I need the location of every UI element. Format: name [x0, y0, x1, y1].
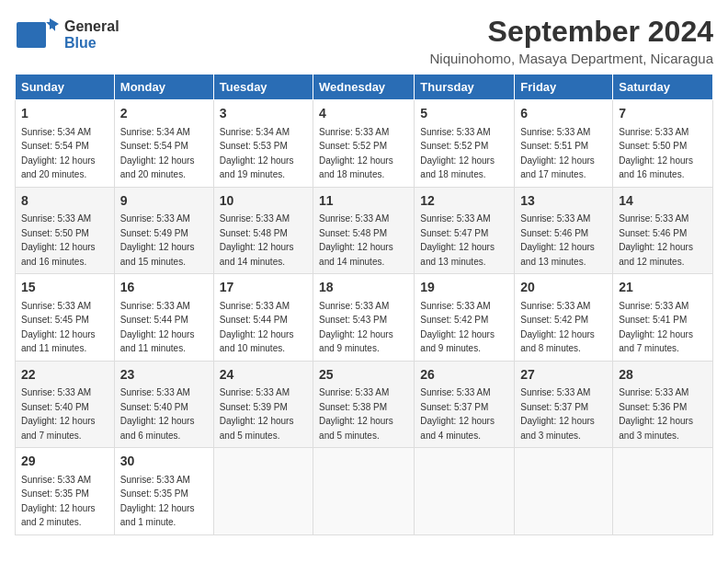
weekday-header-row: SundayMondayTuesdayWednesdayThursdayFrid…: [16, 75, 713, 100]
day-info: Sunrise: 5:33 AMSunset: 5:39 PMDaylight:…: [220, 387, 294, 441]
calendar-cell: [613, 448, 713, 535]
day-number: 25: [319, 366, 408, 385]
weekday-header-thursday: Thursday: [415, 75, 515, 100]
day-info: Sunrise: 5:33 AMSunset: 5:48 PMDaylight:…: [220, 213, 294, 267]
day-number: 20: [520, 279, 607, 297]
calendar-cell: [213, 448, 313, 535]
day-info: Sunrise: 5:33 AMSunset: 5:37 PMDaylight:…: [420, 387, 495, 441]
calendar-cell: 15Sunrise: 5:33 AMSunset: 5:45 PMDayligh…: [16, 274, 115, 362]
day-number: 21: [619, 279, 707, 297]
logo-text: General Blue: [64, 18, 119, 51]
calendar-cell: [415, 448, 515, 535]
day-info: Sunrise: 5:33 AMSunset: 5:35 PMDaylight:…: [120, 475, 195, 528]
day-number: 16: [120, 279, 208, 297]
day-info: Sunrise: 5:33 AMSunset: 5:50 PMDaylight:…: [619, 127, 693, 180]
calendar-cell: 23Sunrise: 5:33 AMSunset: 5:40 PMDayligh…: [114, 361, 213, 448]
calendar-cell: 6Sunrise: 5:33 AMSunset: 5:51 PMDaylight…: [515, 100, 613, 188]
day-number: 9: [120, 192, 208, 211]
calendar-cell: 1Sunrise: 5:34 AMSunset: 5:54 PMDaylight…: [16, 100, 115, 188]
calendar-cell: 22Sunrise: 5:33 AMSunset: 5:40 PMDayligh…: [16, 361, 115, 448]
day-info: Sunrise: 5:33 AMSunset: 5:41 PMDaylight:…: [619, 301, 693, 354]
logo: General Blue: [15, 15, 119, 55]
calendar-cell: 17Sunrise: 5:33 AMSunset: 5:44 PMDayligh…: [213, 274, 313, 362]
day-info: Sunrise: 5:33 AMSunset: 5:43 PMDaylight:…: [319, 301, 393, 354]
title-area: September 2024 Niquinohomo, Masaya Depar…: [430, 15, 714, 66]
day-info: Sunrise: 5:33 AMSunset: 5:44 PMDaylight:…: [220, 301, 294, 354]
calendar-cell: 8Sunrise: 5:33 AMSunset: 5:50 PMDaylight…: [16, 187, 115, 274]
day-info: Sunrise: 5:33 AMSunset: 5:45 PMDaylight:…: [21, 301, 96, 354]
day-number: 30: [120, 453, 208, 471]
day-number: 19: [420, 279, 508, 297]
day-info: Sunrise: 5:33 AMSunset: 5:38 PMDaylight:…: [319, 387, 393, 441]
calendar-cell: 24Sunrise: 5:33 AMSunset: 5:39 PMDayligh…: [213, 361, 313, 448]
day-info: Sunrise: 5:34 AMSunset: 5:53 PMDaylight:…: [220, 127, 294, 180]
weekday-header-sunday: Sunday: [16, 75, 115, 100]
day-number: 26: [420, 366, 508, 385]
weekday-header-saturday: Saturday: [613, 75, 713, 100]
day-info: Sunrise: 5:33 AMSunset: 5:46 PMDaylight:…: [619, 213, 693, 267]
calendar-cell: 13Sunrise: 5:33 AMSunset: 5:46 PMDayligh…: [515, 187, 613, 274]
calendar-cell: 4Sunrise: 5:33 AMSunset: 5:52 PMDaylight…: [313, 100, 415, 188]
day-number: 7: [619, 105, 707, 123]
day-info: Sunrise: 5:33 AMSunset: 5:48 PMDaylight:…: [319, 213, 393, 267]
calendar-cell: 29Sunrise: 5:33 AMSunset: 5:35 PMDayligh…: [16, 448, 115, 535]
calendar-cell: 30Sunrise: 5:33 AMSunset: 5:35 PMDayligh…: [114, 448, 213, 535]
day-info: Sunrise: 5:33 AMSunset: 5:47 PMDaylight:…: [420, 213, 495, 267]
calendar-cell: 14Sunrise: 5:33 AMSunset: 5:46 PMDayligh…: [613, 187, 713, 274]
calendar-cell: 26Sunrise: 5:33 AMSunset: 5:37 PMDayligh…: [415, 361, 515, 448]
calendar-cell: 12Sunrise: 5:33 AMSunset: 5:47 PMDayligh…: [415, 187, 515, 274]
calendar-cell: 11Sunrise: 5:33 AMSunset: 5:48 PMDayligh…: [313, 187, 415, 274]
day-number: 6: [520, 105, 607, 123]
calendar-cell: 18Sunrise: 5:33 AMSunset: 5:43 PMDayligh…: [313, 274, 415, 362]
day-info: Sunrise: 5:34 AMSunset: 5:54 PMDaylight:…: [120, 127, 195, 180]
calendar-cell: 16Sunrise: 5:33 AMSunset: 5:44 PMDayligh…: [114, 274, 213, 362]
day-number: 29: [21, 453, 108, 471]
day-number: 11: [319, 192, 408, 211]
day-number: 4: [319, 105, 408, 123]
day-info: Sunrise: 5:33 AMSunset: 5:52 PMDaylight:…: [420, 127, 495, 180]
day-number: 17: [220, 279, 307, 297]
calendar-cell: 21Sunrise: 5:33 AMSunset: 5:41 PMDayligh…: [613, 274, 713, 362]
calendar-cell: [313, 448, 415, 535]
day-number: 14: [619, 192, 707, 211]
calendar-cell: 19Sunrise: 5:33 AMSunset: 5:42 PMDayligh…: [415, 274, 515, 362]
day-number: 13: [520, 192, 607, 211]
calendar-cell: 9Sunrise: 5:33 AMSunset: 5:49 PMDaylight…: [114, 187, 213, 274]
calendar-row-2: 8Sunrise: 5:33 AMSunset: 5:50 PMDaylight…: [16, 187, 713, 274]
day-number: 23: [120, 366, 208, 385]
calendar-row-4: 22Sunrise: 5:33 AMSunset: 5:40 PMDayligh…: [16, 361, 713, 448]
day-number: 1: [21, 105, 108, 123]
day-info: Sunrise: 5:33 AMSunset: 5:52 PMDaylight:…: [319, 127, 393, 180]
calendar-cell: 3Sunrise: 5:34 AMSunset: 5:53 PMDaylight…: [213, 100, 313, 188]
calendar-cell: [515, 448, 613, 535]
calendar-table: SundayMondayTuesdayWednesdayThursdayFrid…: [15, 74, 713, 535]
calendar-cell: 20Sunrise: 5:33 AMSunset: 5:42 PMDayligh…: [515, 274, 613, 362]
day-number: 18: [319, 279, 408, 297]
page-header: General Blue September 2024 Niquinohomo,…: [15, 15, 713, 66]
day-info: Sunrise: 5:33 AMSunset: 5:50 PMDaylight:…: [21, 213, 96, 267]
weekday-header-friday: Friday: [515, 75, 613, 100]
day-info: Sunrise: 5:34 AMSunset: 5:54 PMDaylight:…: [21, 127, 96, 180]
weekday-header-monday: Monday: [114, 75, 213, 100]
calendar-cell: 7Sunrise: 5:33 AMSunset: 5:50 PMDaylight…: [613, 100, 713, 188]
location-title: Niquinohomo, Masaya Department, Nicaragu…: [430, 51, 714, 66]
day-number: 12: [420, 192, 508, 211]
svg-rect-0: [17, 22, 46, 48]
day-number: 8: [21, 192, 108, 211]
day-number: 27: [520, 366, 607, 385]
day-info: Sunrise: 5:33 AMSunset: 5:40 PMDaylight:…: [21, 387, 96, 441]
day-number: 22: [21, 366, 108, 385]
month-title: September 2024: [430, 15, 714, 49]
day-info: Sunrise: 5:33 AMSunset: 5:49 PMDaylight:…: [120, 213, 195, 267]
day-info: Sunrise: 5:33 AMSunset: 5:42 PMDaylight:…: [420, 301, 495, 354]
day-info: Sunrise: 5:33 AMSunset: 5:35 PMDaylight:…: [21, 475, 96, 528]
day-number: 5: [420, 105, 508, 123]
calendar-row-1: 1Sunrise: 5:34 AMSunset: 5:54 PMDaylight…: [16, 100, 713, 188]
calendar-cell: 25Sunrise: 5:33 AMSunset: 5:38 PMDayligh…: [313, 361, 415, 448]
logo-icon: [15, 15, 61, 55]
day-number: 3: [220, 105, 307, 123]
day-number: 28: [619, 366, 707, 385]
day-number: 2: [120, 105, 208, 123]
calendar-cell: 10Sunrise: 5:33 AMSunset: 5:48 PMDayligh…: [213, 187, 313, 274]
weekday-header-wednesday: Wednesday: [313, 75, 415, 100]
